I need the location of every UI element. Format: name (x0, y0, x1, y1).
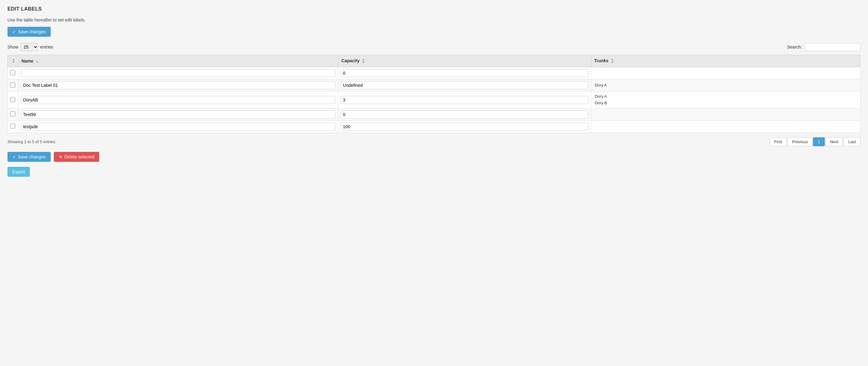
entries-label: entries (40, 44, 53, 50)
search-input[interactable] (805, 43, 861, 51)
row-name-input-2[interactable] (21, 81, 335, 89)
col-header-name[interactable]: Name ▲ (18, 55, 338, 67)
row-capacity-cell (338, 92, 591, 109)
row-name-input-3[interactable] (21, 96, 335, 104)
row-capacity-cell (338, 120, 591, 132)
row-name-cell (18, 92, 338, 109)
table-row (8, 108, 861, 120)
row-name-cell (18, 79, 338, 92)
row-trunks-cell (591, 67, 860, 79)
row-name-input-4[interactable] (21, 111, 335, 119)
row-capacity-cell (338, 79, 591, 92)
table-row: Dory A (8, 79, 861, 92)
row-capacity-input-2[interactable] (341, 81, 588, 89)
entries-select[interactable]: 10 25 50 100 (20, 43, 38, 51)
showing-text: Showing 1 to 5 of 5 entries (7, 140, 55, 144)
row-checkbox-5[interactable] (10, 124, 15, 128)
export-button[interactable]: Export (7, 167, 30, 177)
labels-table: ▲▼ Name ▲ Capacity ▲▼ Trunks ▲▼ Dory ADo… (7, 55, 861, 133)
save-check-icon-top (12, 29, 16, 34)
row-name-input-1[interactable] (21, 69, 335, 77)
row-trunks-cell (591, 120, 860, 132)
row-trunks-cell: Dory A (591, 79, 860, 92)
table-row (8, 67, 861, 79)
col-header-select: ▲▼ (8, 55, 18, 67)
row-trunks-cell (591, 108, 860, 120)
row-select-cell (8, 67, 18, 79)
export-label: Export (12, 169, 25, 174)
trunk-name: Dory B (595, 100, 858, 106)
sort-icon-trunks: ▲▼ (611, 58, 614, 64)
row-name-cell (18, 120, 338, 132)
col-header-capacity[interactable]: Capacity ▲▼ (338, 55, 591, 67)
row-select-cell (8, 92, 18, 109)
pagination-next[interactable]: Next (826, 137, 843, 146)
save-changes-top-button[interactable]: Save changes (7, 27, 51, 37)
row-trunks-cell: Dory ADory B (591, 92, 860, 109)
col-trunks-label: Trunks (594, 58, 609, 63)
row-checkbox-3[interactable] (10, 97, 15, 102)
pagination-previous[interactable]: Previous (787, 137, 813, 146)
page-title: EDIT LABELS (7, 6, 861, 12)
row-name-cell (18, 108, 338, 120)
trunk-name: Dory A (595, 93, 858, 100)
save-changes-bottom-label: Save changes (18, 154, 46, 159)
save-changes-top-label: Save changes (18, 29, 46, 34)
col-name-label: Name (22, 59, 33, 63)
save-check-icon-bottom (12, 154, 16, 159)
col-capacity-label: Capacity (341, 58, 359, 63)
row-capacity-input-5[interactable] (341, 123, 588, 131)
search-label: Search: (787, 44, 802, 50)
delete-selected-button[interactable]: Delete selected (54, 152, 99, 162)
row-capacity-input-4[interactable] (341, 111, 588, 119)
row-select-cell (8, 79, 18, 92)
row-capacity-input-1[interactable] (341, 69, 588, 77)
sort-icon-capacity: ▲▼ (362, 58, 365, 64)
row-capacity-cell (338, 108, 591, 120)
row-name-input-5[interactable] (21, 123, 335, 131)
row-select-cell (8, 120, 18, 132)
trunk-name: Dory A (595, 82, 858, 89)
pagination-controls: First Previous 1 Next Last (770, 137, 861, 146)
table-row: Dory ADory B (8, 92, 861, 109)
sort-icon-name: ▲ (36, 60, 38, 63)
row-capacity-input-3[interactable] (341, 96, 588, 104)
show-label: Show (7, 44, 18, 50)
page-description: Use the table hereafter to set edit labe… (7, 18, 861, 22)
table-row (8, 120, 861, 132)
row-checkbox-1[interactable] (10, 70, 15, 75)
row-select-cell (8, 108, 18, 120)
row-checkbox-4[interactable] (10, 112, 15, 116)
delete-selected-label: Delete selected (64, 154, 95, 159)
row-capacity-cell (338, 67, 591, 79)
save-changes-bottom-button[interactable]: Save changes (7, 152, 51, 162)
row-checkbox-2[interactable] (10, 83, 15, 87)
sort-icon-select: ▲▼ (12, 58, 15, 64)
pagination-page-1[interactable]: 1 (813, 137, 825, 146)
pagination-first[interactable]: First (770, 137, 787, 146)
row-name-cell (18, 67, 338, 79)
col-header-trunks[interactable]: Trunks ▲▼ (591, 55, 860, 67)
pagination-last[interactable]: Last (843, 137, 861, 146)
delete-x-icon (59, 154, 63, 159)
